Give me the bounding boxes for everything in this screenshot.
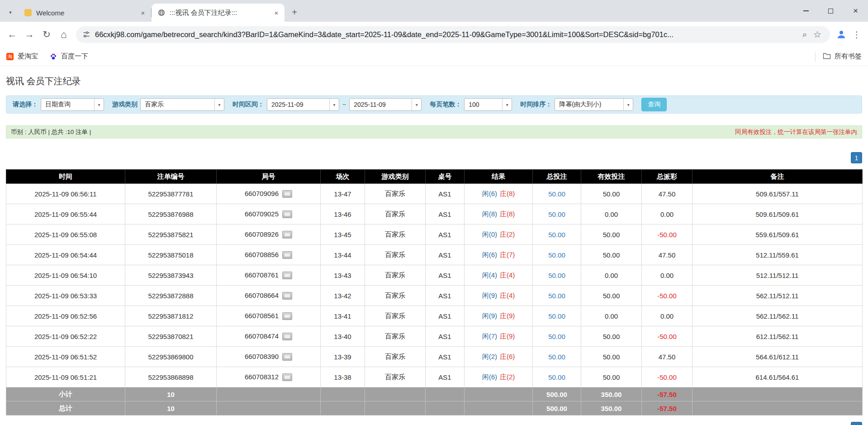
date-start-select[interactable]: 2025-11-09 ▾ <box>267 98 339 111</box>
view-round-icon[interactable] <box>282 292 292 300</box>
profile-avatar-icon[interactable] <box>834 27 849 42</box>
table-footer: 小计 10 500.00 350.00 -57.50 总计 10 500.00 … <box>6 387 863 415</box>
sort-label: 时间排序： <box>520 100 552 109</box>
cell-valid-bet: 50.00 <box>581 224 642 245</box>
cell-round-id: 660709096 <box>217 184 321 204</box>
col-valid-bet: 有效投注 <box>581 170 642 184</box>
total-row: 总计 10 500.00 350.00 -57.50 <box>6 401 863 415</box>
page-number-button[interactable]: 1 <box>851 152 862 163</box>
result-banker: 庄(9) <box>500 332 515 340</box>
new-tab-button[interactable]: + <box>288 6 301 19</box>
bookmark-baidu[interactable]: 百度一下 <box>50 52 88 61</box>
cell-time: 2025-11-09 06:52:22 <box>6 326 125 347</box>
cell-session: 13-42 <box>321 286 365 306</box>
total-bet-link[interactable]: 50.00 <box>548 190 565 198</box>
cell-game-type: 百家乐 <box>365 184 426 204</box>
col-total-bet: 总投注 <box>533 170 581 184</box>
view-round-icon[interactable] <box>282 272 292 279</box>
view-round-icon[interactable] <box>282 210 292 218</box>
view-round-icon[interactable] <box>282 231 292 239</box>
back-icon[interactable]: ← <box>4 26 21 43</box>
date-end-select[interactable]: 2025-11-09 ▾ <box>349 98 422 111</box>
page-size-select[interactable]: 100 ▾ <box>464 98 512 111</box>
round-id-text: 660708856 <box>245 251 279 258</box>
result-banker: 庄(4) <box>500 271 515 279</box>
total-bet-link[interactable]: 50.00 <box>548 231 565 239</box>
cell-game-type: 百家乐 <box>365 326 426 347</box>
taobao-favicon: 淘 <box>6 53 14 60</box>
bookmark-taobao[interactable]: 淘 爱淘宝 <box>6 52 38 61</box>
page-size-label: 每页笔数： <box>430 100 461 109</box>
sort-select[interactable]: 降幂(由大到小) ▾ <box>555 98 633 111</box>
result-player: 闲(6) <box>482 373 497 381</box>
result-player: 闲(2) <box>482 353 497 360</box>
cell-result: 闲(9)庄(4) <box>465 286 533 306</box>
total-bet-link[interactable]: 50.00 <box>548 210 565 218</box>
forward-icon[interactable]: → <box>21 26 38 43</box>
cell-total-bet: 50.00 <box>533 204 581 224</box>
total-bet-link[interactable]: 50.00 <box>548 373 565 381</box>
site-settings-icon[interactable] <box>82 30 90 38</box>
refresh-icon[interactable]: ↻ <box>38 26 55 43</box>
all-bookmarks-button[interactable]: 所有书签 <box>823 52 862 61</box>
tab-close-icon[interactable]: × <box>272 8 281 17</box>
cell-game-type: 百家乐 <box>365 306 426 326</box>
total-count: 10 <box>125 401 217 415</box>
cell-payout: 47.50 <box>642 184 693 204</box>
minimize-button[interactable] <box>793 0 818 22</box>
total-bet-link[interactable]: 50.00 <box>548 272 565 279</box>
view-round-icon[interactable] <box>282 373 292 381</box>
col-round-id: 局号 <box>217 170 321 184</box>
zoom-icon[interactable]: ⌕ <box>798 28 811 41</box>
cell-total-bet: 50.00 <box>533 306 581 326</box>
total-valid-bet: 350.00 <box>581 401 642 415</box>
cell-bet-id: 522953873943 <box>125 265 217 286</box>
date-range-separator: ~ <box>342 101 346 108</box>
game-type-select[interactable]: 百家乐 ▾ <box>140 98 224 111</box>
view-round-icon[interactable] <box>282 190 292 198</box>
cell-bet-id: 522953871812 <box>125 306 217 326</box>
home-icon[interactable]: ⌂ <box>55 26 72 43</box>
cell-bet-id: 522953870821 <box>125 326 217 347</box>
cell-remark: 612.11/562.11 <box>693 326 863 347</box>
page-number-button[interactable]: 1 <box>851 422 862 425</box>
view-round-icon[interactable] <box>282 251 292 259</box>
bookmark-star-icon[interactable]: ☆ <box>811 28 824 41</box>
bet-table-body: 2025-11-09 06:56:11 522953877781 6607090… <box>6 184 863 387</box>
maximize-button[interactable] <box>818 0 843 22</box>
cell-remark: 562.11/562.11 <box>693 306 863 326</box>
cell-game-type: 百家乐 <box>365 245 426 265</box>
chevron-down-icon: ▾ <box>329 99 339 110</box>
cell-payout: 0.00 <box>642 265 693 286</box>
result-banker: 庄(2) <box>500 230 515 238</box>
game-type-value: 百家乐 <box>141 99 214 110</box>
tab-close-icon[interactable]: × <box>138 8 147 17</box>
game-type-label: 游戏类别 <box>112 100 138 109</box>
total-bet-link[interactable]: 50.00 <box>548 251 565 259</box>
cell-result: 闲(6)庄(8) <box>465 184 533 204</box>
tab-betrecord[interactable]: :::视讯 会员下注纪录::: × <box>152 4 285 22</box>
cell-payout: 0.00 <box>642 204 693 224</box>
cell-payout: -50.00 <box>642 224 693 245</box>
tab-title: :::视讯 会员下注纪录::: <box>170 9 272 17</box>
query-type-select[interactable]: 日期查询 ▾ <box>41 98 104 111</box>
col-time: 时间 <box>6 170 125 184</box>
address-bar[interactable]: 66cxkj98.com/game/betrecord_search/kind3… <box>76 26 830 43</box>
tab-search-icon[interactable]: ▾ <box>5 6 16 18</box>
total-bet-link[interactable]: 50.00 <box>548 353 565 361</box>
browser-menu-icon[interactable]: ⋮ <box>849 27 864 42</box>
total-bet-link[interactable]: 50.00 <box>548 333 565 340</box>
cell-valid-bet: 0.00 <box>581 306 642 326</box>
total-bet-link[interactable]: 50.00 <box>548 292 565 300</box>
view-round-icon[interactable] <box>282 333 292 340</box>
cell-valid-bet: 0.00 <box>581 204 642 224</box>
view-round-icon[interactable] <box>282 312 292 320</box>
table-row: 2025-11-09 06:53:33 522953872888 6607086… <box>6 286 863 306</box>
table-row: 2025-11-09 06:55:08 522953875821 6607089… <box>6 224 863 245</box>
view-round-icon[interactable] <box>282 353 292 361</box>
total-bet-link[interactable]: 50.00 <box>548 312 565 320</box>
close-window-button[interactable]: × <box>843 0 868 22</box>
search-button[interactable]: 查询 <box>641 98 667 111</box>
tab-welcome[interactable]: Welcome × <box>18 4 151 22</box>
table-header: 时间 注单编号 局号 场次 游戏类别 桌号 结果 总投注 有效投注 总派彩 备注 <box>6 170 863 184</box>
